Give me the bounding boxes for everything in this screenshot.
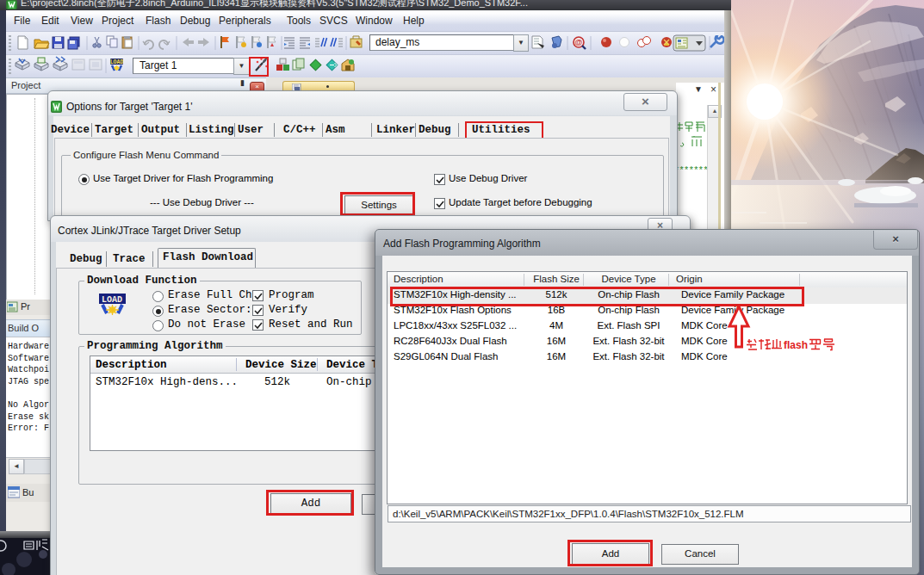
svg-text:LOAD: LOAD (110, 59, 124, 65)
svg-text:LOAD: LOAD (102, 295, 122, 305)
svg-text:@: @ (575, 38, 583, 46)
